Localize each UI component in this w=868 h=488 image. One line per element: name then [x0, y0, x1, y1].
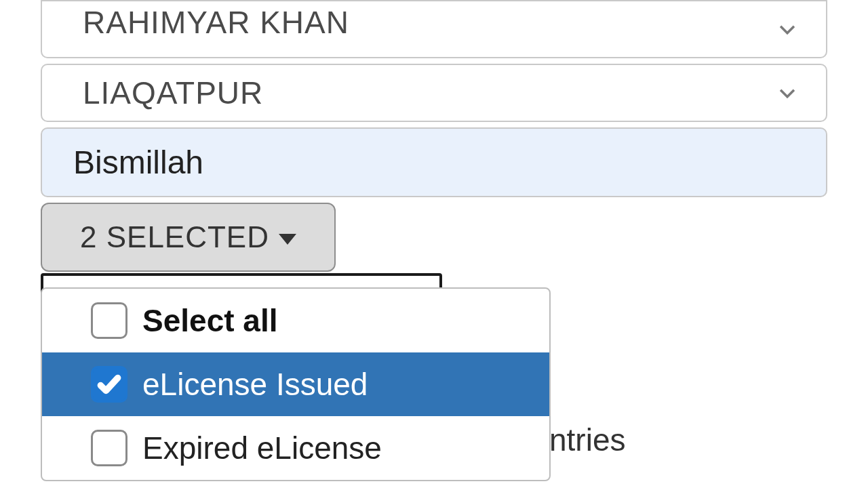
- option-select-all[interactable]: Select all: [42, 289, 549, 352]
- entries-text-fragment: ntries: [549, 422, 625, 458]
- option-label: Expired eLicense: [142, 430, 382, 466]
- status-multiselect-button[interactable]: 2 SELECTED: [41, 203, 336, 272]
- option-elicense-issued[interactable]: eLicense Issued: [42, 352, 549, 416]
- status-multiselect-dropdown: Select all eLicense Issued Expired eLice…: [41, 287, 551, 481]
- tehsil-select-value: LIAQATPUR: [83, 75, 263, 111]
- caret-down-icon: [279, 234, 296, 245]
- option-expired-elicense[interactable]: Expired eLicense: [42, 416, 549, 480]
- chevron-down-icon: [776, 81, 799, 104]
- option-label: eLicense Issued: [142, 366, 368, 403]
- chevron-down-icon: [776, 18, 799, 41]
- district-select-value: RAHIMYAR KHAN: [83, 4, 349, 41]
- search-input-value: Bismillah: [73, 144, 203, 180]
- tehsil-select[interactable]: LIAQATPUR: [41, 64, 827, 122]
- checkbox-unchecked[interactable]: [91, 302, 127, 339]
- checkbox-unchecked[interactable]: [91, 430, 127, 466]
- search-input[interactable]: Bismillah: [41, 127, 827, 197]
- option-label: Select all: [142, 302, 277, 339]
- status-multiselect-label: 2 SELECTED: [80, 220, 269, 254]
- checkbox-checked[interactable]: [91, 366, 127, 403]
- district-select[interactable]: RAHIMYAR KHAN: [41, 0, 827, 58]
